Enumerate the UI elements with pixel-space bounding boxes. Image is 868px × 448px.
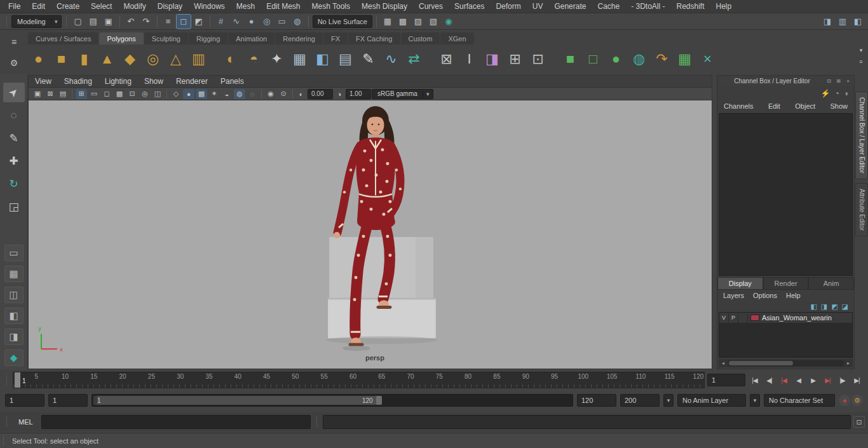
attribute-editor-toggle-icon[interactable]: ◨ [820, 15, 834, 29]
separate-icon[interactable]: □ [583, 49, 604, 70]
go-to-end-button[interactable]: ▶| [850, 374, 864, 386]
undo-icon[interactable]: ↶ [124, 15, 138, 29]
range-slider-range[interactable]: 1 120 [93, 396, 382, 405]
channel-box-menu-item[interactable]: Show [830, 102, 848, 110]
channel-box-menu-item[interactable]: Object [795, 102, 815, 110]
menu-item[interactable]: Help [710, 0, 738, 13]
channel-box-menu-item[interactable]: Edit [768, 102, 780, 110]
colorspace-dropdown[interactable]: sRGB gamma ▾ [372, 89, 433, 99]
wireframe-icon[interactable]: ◇ [170, 89, 182, 99]
scrollbar-track[interactable] [728, 360, 844, 366]
film-gate-icon[interactable]: ▭ [88, 89, 100, 99]
xray-icon[interactable]: ⊙ [278, 89, 289, 99]
layer-name[interactable]: Asian_Woman_wearin [762, 314, 852, 322]
menu-item[interactable]: Redshift [671, 0, 710, 13]
menu-item[interactable]: Generate [548, 0, 592, 13]
channel-speed-icon[interactable]: ⚡ [821, 89, 831, 98]
exposure-field[interactable]: 0.00 [308, 89, 333, 99]
shelf-tab[interactable]: Custom [401, 32, 440, 44]
layer-editor-tab[interactable]: Render [763, 277, 809, 290]
new-scene-icon[interactable]: ▢ [71, 15, 85, 29]
channel-box-menu-item[interactable]: Channels [724, 102, 753, 110]
go-to-start-button[interactable]: |◀ [748, 374, 761, 386]
combine-icon[interactable]: ■ [560, 49, 581, 70]
menu-item[interactable]: Curves [413, 0, 449, 13]
menu-item[interactable]: Modify [118, 0, 151, 13]
poly-pipe-icon[interactable]: ▥ [188, 49, 209, 70]
range-slider-track[interactable]: 1 120 [92, 394, 573, 407]
viewport-canvas[interactable]: y x persp [29, 100, 712, 369]
cluster-icon[interactable]: ⊞ [505, 49, 526, 70]
shadows-icon[interactable]: ◒ [221, 89, 233, 99]
layer-editor-tab[interactable]: Display [717, 277, 763, 290]
expand-icon[interactable]: ⊞ [834, 77, 843, 85]
side-tab[interactable]: Channel Box / Layer Editor [855, 92, 868, 179]
open-scene-icon[interactable]: ▤ [86, 15, 100, 29]
grip-handle[interactable] [5, 374, 8, 386]
step-back-key-button[interactable]: |◀ [777, 374, 790, 386]
shelf-tab[interactable]: FX [323, 32, 348, 44]
character-set-field[interactable]: No Character Set [764, 394, 835, 407]
dock-icon[interactable]: ⊡ [825, 77, 833, 85]
menu-item[interactable]: File [3, 0, 26, 13]
shelf-tab[interactable]: Rigging [189, 32, 227, 44]
persp-outliner-layout-button[interactable]: ◫ [4, 287, 24, 303]
soft-mod-icon[interactable]: ◨ [482, 49, 503, 70]
snap-view-plane-icon[interactable]: ▭ [275, 15, 289, 29]
four-pane-layout-button[interactable]: ▦ [4, 266, 24, 282]
animation-preferences-icon[interactable]: ⚙ [851, 395, 863, 406]
shelf-tab[interactable]: XGen [440, 32, 473, 44]
redo-icon[interactable]: ↷ [139, 15, 153, 29]
panel-menu-item[interactable]: Shading [58, 77, 98, 86]
sculpt-icon[interactable]: I [459, 49, 480, 70]
quad-draw-icon[interactable]: ▦ [674, 49, 695, 70]
chevron-down-icon[interactable]: ▾ [663, 394, 674, 407]
play-forwards-button[interactable]: ▶ [806, 374, 820, 386]
icon[interactable] [211, 49, 219, 70]
icon[interactable] [166, 90, 167, 98]
modeling-toolkit-icon[interactable]: ◆ [4, 350, 24, 366]
menu-item[interactable]: UV [527, 0, 549, 13]
layer-editor-menu-item[interactable]: Layers [723, 292, 744, 299]
render-view-icon[interactable]: ▦ [381, 15, 395, 29]
select-object-icon[interactable]: ◻ [177, 15, 191, 29]
grid-plane-icon[interactable]: ▤ [335, 49, 356, 70]
layer-swatch[interactable] [750, 315, 759, 321]
command-output[interactable] [323, 415, 851, 429]
menuset-dropdown[interactable]: Modeling ▾ [11, 15, 62, 28]
icon[interactable] [261, 90, 262, 98]
new-empty-layer-icon[interactable]: ◩ [831, 302, 837, 311]
script-editor-icon[interactable]: ⊡ [853, 416, 865, 428]
layer-list[interactable]: V P Asian_Woman_wearin [719, 312, 853, 358]
field-chart-icon[interactable]: ⊡ [126, 89, 138, 99]
lasso-select-tool[interactable]: ◌ [3, 105, 25, 125]
target-icon[interactable]: ⊡ [527, 49, 548, 70]
split-pane-layout-button[interactable]: ◧ [4, 308, 24, 324]
select-component-icon[interactable]: ◩ [192, 15, 206, 29]
animation-end-field[interactable] [620, 394, 660, 407]
render-settings-icon[interactable]: ▧ [426, 15, 440, 29]
shelf-list-icon[interactable]: ≡ [857, 57, 865, 66]
icon[interactable] [292, 90, 293, 98]
current-frame-field[interactable] [707, 374, 745, 386]
gate-mask-icon[interactable]: ▩ [114, 89, 125, 99]
layer-type-cell[interactable] [738, 313, 748, 323]
panel-menu-item[interactable]: View [29, 77, 58, 86]
plane-grid-icon[interactable]: ▦ [289, 49, 310, 70]
lights-icon[interactable]: ✶ [208, 89, 220, 99]
select-hierarchy-icon[interactable]: ≡ [161, 15, 175, 29]
safe-title-icon[interactable]: ◫ [152, 89, 163, 99]
menu-item[interactable]: Windows [188, 0, 231, 13]
icon[interactable] [550, 49, 558, 70]
textured-icon[interactable]: ▩ [196, 89, 207, 99]
shelf-tab[interactable]: Rendering [275, 32, 323, 44]
scrollbar-thumb[interactable] [729, 361, 793, 365]
ipr-render-icon[interactable]: ▨ [411, 15, 425, 29]
command-language-label[interactable]: MEL [13, 418, 39, 426]
motion-blur-icon[interactable]: ◌ [247, 89, 258, 99]
animation-start-field[interactable] [5, 394, 44, 407]
new-layer-from-selected-icon[interactable]: ◪ [842, 302, 848, 311]
range-start-handle[interactable] [93, 396, 97, 405]
poly-pyramid-icon[interactable]: △ [165, 49, 186, 70]
platonic-solid-icon[interactable]: ✦ [266, 49, 287, 70]
